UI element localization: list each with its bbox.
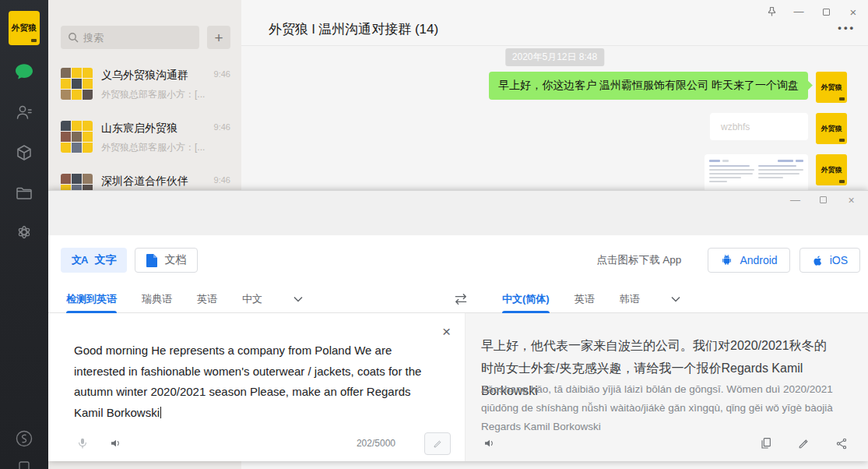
date-separator: 2020年5月12日 8:48	[505, 48, 604, 66]
message-row: 早上好，你这边客户 温州霸恒服饰有限公司 昨天来了一个询盘 外贸狼	[489, 72, 847, 103]
android-icon	[720, 253, 733, 267]
translator-toolbar: 文A 文字 文档 点击图标下载 App Android iOS	[48, 235, 868, 285]
translator-window-controls: — ×	[790, 195, 856, 205]
translate-icon: 文A	[72, 253, 87, 267]
source-lang-tab-english[interactable]: 英语	[197, 285, 217, 313]
folder-icon[interactable]	[0, 184, 48, 203]
chat-list-item[interactable]: 山东宸启外贸狼 外贸狼总部客服小方：[... 9:46	[48, 111, 241, 164]
chat-list-item[interactable]: 义乌外贸狼沟通群 外贸狼总部客服小方：[... 9:46	[48, 58, 241, 111]
chat-last-message: 外贸狼总部客服小方：[...	[101, 141, 206, 154]
listen-translation-icon[interactable]	[483, 437, 497, 450]
maximize-icon[interactable]	[818, 195, 828, 205]
avatar[interactable]: 外贸狼	[816, 154, 847, 185]
window-controls: — ×	[766, 6, 859, 17]
chat-time: 9:46	[214, 68, 230, 102]
source-language-tabs: 检测到英语 瑞典语 英语 中文	[66, 285, 303, 313]
maximize-icon[interactable]	[821, 6, 831, 17]
search-input[interactable]	[83, 32, 192, 44]
settings-flower-icon[interactable]	[0, 223, 48, 242]
clear-source-icon[interactable]: ×	[442, 324, 451, 339]
chevron-down-icon[interactable]	[671, 296, 680, 302]
conversation-header: 外贸狼 l 温州沟通对接群 (14) — × •••	[241, 0, 868, 46]
android-download-button[interactable]: Android	[708, 248, 789, 273]
app-window: 外贸狼 +	[0, 0, 868, 469]
language-bar: 检测到英语 瑞典语 英语 中文 中文(简体) 英语 韩语	[48, 285, 868, 313]
chat-title: 深圳谷道合作伙伴	[101, 175, 206, 189]
copy-icon[interactable]	[760, 436, 772, 450]
target-lang-tab-chinese[interactable]: 中文(简体)	[502, 285, 550, 313]
message-bubble[interactable]: wzbhfs	[710, 113, 808, 140]
ios-download-button[interactable]: iOS	[799, 248, 860, 273]
source-text-panel: × Good morning He represents a company f…	[48, 313, 466, 461]
chat-title: 山东宸启外贸狼	[101, 122, 206, 136]
microphone-icon[interactable]	[76, 436, 89, 451]
plus-icon: +	[214, 30, 223, 45]
minimize-icon[interactable]: —	[790, 195, 800, 205]
target-lang-tab-english[interactable]: 英语	[575, 285, 595, 313]
brand-logo[interactable]: 外贸狼	[9, 11, 40, 45]
handwriting-input-button[interactable]	[424, 432, 451, 455]
target-lang-tab-korean[interactable]: 韩语	[620, 285, 640, 313]
package-icon[interactable]	[0, 143, 48, 162]
app-sidebar: 外贸狼	[0, 0, 48, 469]
conversation-menu-icon[interactable]: •••	[838, 22, 856, 34]
chats-icon[interactable]	[0, 62, 48, 81]
avatar[interactable]: 外贸狼	[816, 113, 847, 144]
download-hint: 点击图标下载 App	[597, 253, 682, 267]
message-row: wzbhfs 外贸狼	[710, 113, 847, 144]
source-toolbar: 202/5000	[48, 425, 465, 461]
target-language-tabs: 中文(简体) 英语 韩语	[502, 285, 680, 313]
miniprogram-icon[interactable]	[0, 428, 48, 449]
text-mode-button[interactable]: 文A 文字	[61, 248, 127, 273]
message-bubble[interactable]: 早上好，你这边客户 温州霸恒服饰有限公司 昨天来了一个询盘	[489, 72, 808, 100]
chat-title: 义乌外贸狼沟通群	[101, 69, 206, 83]
add-chat-button[interactable]: +	[207, 26, 230, 49]
apple-icon	[812, 254, 824, 267]
chat-last-message: 外贸狼总部客服小方：[...	[101, 88, 206, 101]
conversation-title: 外贸狼 l 温州沟通对接群 (14)	[269, 20, 438, 38]
search-icon	[68, 32, 79, 43]
contacts-icon[interactable]	[0, 103, 48, 122]
translation-panel: 早上好，他代表一家来自波兰的公司。我们对2020/2021秋冬的时尚女士外套/夹…	[466, 313, 868, 461]
swap-languages-icon[interactable]	[453, 291, 469, 307]
group-avatar	[61, 121, 93, 153]
share-icon[interactable]	[835, 437, 848, 450]
avatar[interactable]: 外贸狼	[816, 72, 847, 103]
search-box[interactable]	[61, 26, 199, 49]
source-lang-tab-detected[interactable]: 检测到英语	[66, 285, 117, 313]
group-avatar	[61, 68, 93, 100]
source-text-input[interactable]: Good morning He represents a company fro…	[74, 340, 440, 423]
char-count: 202/5000	[357, 438, 395, 449]
document-icon	[146, 254, 157, 267]
listen-source-icon[interactable]	[109, 437, 123, 450]
edit-translation-icon[interactable]	[798, 438, 810, 450]
pin-icon[interactable]	[766, 6, 777, 17]
translator-window: — × 文A 文字 文档 点击图标下载 App Android	[48, 190, 868, 461]
chat-time: 9:46	[214, 121, 230, 155]
translator-titlebar[interactable]: — ×	[48, 191, 868, 235]
source-lang-tab-chinese[interactable]: 中文	[242, 285, 262, 313]
minimize-icon[interactable]: —	[793, 6, 804, 17]
phone-icon[interactable]	[0, 461, 48, 469]
close-icon[interactable]: ×	[848, 6, 859, 17]
document-mode-button[interactable]: 文档	[135, 248, 198, 273]
source-lang-tab-swedish[interactable]: 瑞典语	[142, 285, 172, 313]
close-icon[interactable]: ×	[846, 195, 856, 205]
translation-toolbar	[466, 425, 868, 461]
chevron-down-icon[interactable]	[293, 296, 303, 302]
